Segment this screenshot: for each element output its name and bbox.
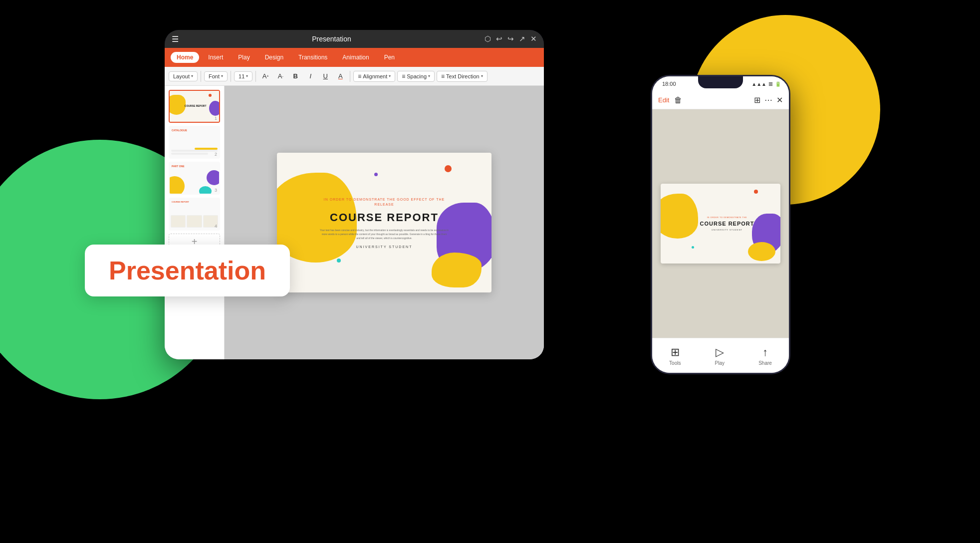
tab-design[interactable]: Design xyxy=(259,52,289,63)
italic-button[interactable]: I xyxy=(304,70,317,82)
thumb-4-grid xyxy=(171,215,218,228)
text-direction-arrow-icon: ▾ xyxy=(481,74,483,78)
phone-slide-area[interactable]: IN ORDER TO DEMONSTRATE THE COURSE REPOR… xyxy=(652,109,789,338)
share-label: Share xyxy=(758,360,772,366)
tab-transitions[interactable]: Transitions xyxy=(292,52,333,63)
tablet-title: Presentation xyxy=(312,35,351,43)
phone-close-icon[interactable]: ✕ xyxy=(776,95,783,105)
phone-device: 18:00 ▲▲▲ 𝌆 🔋 Edit 🗑 ⊞ ⋯ ✕ xyxy=(651,75,790,374)
font-button[interactable]: Font ▾ xyxy=(204,71,228,81)
slide-author: UNIVERSITY STUDENT xyxy=(319,245,449,248)
phone-main-slide: IN ORDER TO DEMONSTRATE THE COURSE REPOR… xyxy=(661,184,780,264)
toolbar-divider-3 xyxy=(255,71,256,82)
spacing-button[interactable]: ≡ Spacing ▾ xyxy=(397,71,435,82)
phone-slide-title: COURSE REPORT xyxy=(695,221,759,227)
slide-blob-yellow-2 xyxy=(432,253,482,287)
slide-canvas-area[interactable]: IN ORDER TO DEMONSTRATE THE GOOD EFFECT … xyxy=(225,86,544,359)
formatting-toolbar: Layout ▾ Font ▾ 11 ▾ A+ A- B I U A ≡ Ali… xyxy=(165,67,544,86)
thumb-2-line xyxy=(171,153,208,155)
slide-1-number: 1 xyxy=(215,116,217,121)
thumb-4-label: COURSE REPORT xyxy=(172,201,189,203)
layout-button[interactable]: Layout ▾ xyxy=(169,71,198,81)
slide-2-preview: CATALOGUE xyxy=(170,127,219,158)
phone-slide-text: IN ORDER TO DEMONSTRATE THE COURSE REPOR… xyxy=(695,216,759,231)
alignment-button[interactable]: ≡ Alignment ▾ xyxy=(353,71,395,82)
toolbar-divider-4 xyxy=(350,71,350,82)
menu-icon[interactable]: ☰ xyxy=(172,34,179,44)
phone-edit-button[interactable]: Edit xyxy=(658,96,669,104)
thumb-2-content xyxy=(171,150,218,155)
phone-blob-yellow-2 xyxy=(748,242,775,261)
tablet-title-icons: ⬡ ↩ ↪ ↗ ✕ xyxy=(485,34,537,43)
tab-animation[interactable]: Animation xyxy=(336,52,375,63)
phone-toolbar-right: ⊞ ⋯ ✕ xyxy=(754,95,783,105)
thumb-3-shape-yellow xyxy=(170,176,185,194)
font-size-button[interactable]: 11 ▾ xyxy=(234,71,252,81)
phone-bottom-bar: ⊞ Tools ▷ Play ↑ Share xyxy=(652,338,789,373)
toolbar-divider-2 xyxy=(231,71,231,82)
slide-panel: COURSE REPORT 1 CATALOGUE xyxy=(165,86,225,359)
ribbon-bar: Home Insert Play Design Transitions Anim… xyxy=(165,48,544,67)
slide-subtitle-top: IN ORDER TO DEMONSTRATE THE GOOD EFFECT … xyxy=(319,197,449,207)
phone-status-icons: ▲▲▲ 𝌆 🔋 xyxy=(751,81,781,87)
tab-pen[interactable]: Pen xyxy=(378,52,401,63)
phone-tools-button[interactable]: ⊞ Tools xyxy=(669,346,681,366)
spacing-arrow-icon: ▾ xyxy=(428,74,430,78)
phone-delete-icon[interactable]: 🗑 xyxy=(674,96,682,105)
thumb-2-label: CATALOGUE xyxy=(172,129,187,132)
thumb-4-cell xyxy=(171,215,186,228)
phone-slide-author: UNIVERSITY STUDENT xyxy=(695,229,759,231)
phone-signal-icon: ▲▲▲ xyxy=(751,81,766,87)
close-icon[interactable]: ✕ xyxy=(530,34,537,43)
decrease-font-size-button[interactable]: A- xyxy=(274,70,287,82)
phone-toolbar-left: Edit 🗑 xyxy=(658,96,682,105)
play-label: Play xyxy=(715,360,725,366)
increase-font-size-button[interactable]: A+ xyxy=(259,70,272,82)
thumb-2-shape xyxy=(195,148,218,150)
thumb-3-shape-teal xyxy=(199,186,212,194)
phone-notch xyxy=(698,76,743,88)
slide-4-preview: COURSE REPORT xyxy=(170,199,219,230)
thumb-1-title: COURSE REPORT xyxy=(185,104,207,107)
phone-toolbar: Edit 🗑 ⊞ ⋯ ✕ xyxy=(652,91,789,109)
undo-icon[interactable]: ↩ xyxy=(496,34,502,43)
phone-slide-subtitle: IN ORDER TO DEMONSTRATE THE xyxy=(695,216,759,219)
thumb-dot-orange-1 xyxy=(209,94,212,97)
tablet-title-bar: ☰ Presentation ⬡ ↩ ↪ ↗ ✕ xyxy=(165,30,544,48)
slide-text-content: IN ORDER TO DEMONSTRATE THE GOOD EFFECT … xyxy=(319,197,449,249)
phone-play-button[interactable]: ▷ Play xyxy=(715,346,725,366)
slide-thumbnail-1[interactable]: COURSE REPORT 1 xyxy=(169,90,220,123)
tab-play[interactable]: Play xyxy=(232,52,255,63)
slide-thumbnail-4[interactable]: COURSE REPORT 4 xyxy=(169,198,220,231)
main-slide: IN ORDER TO DEMONSTRATE THE GOOD EFFECT … xyxy=(277,153,491,292)
tab-home[interactable]: Home xyxy=(171,52,199,63)
tab-insert[interactable]: Insert xyxy=(202,52,229,63)
phone-grid-icon[interactable]: ⊞ xyxy=(754,95,760,105)
alignment-arrow-icon: ▾ xyxy=(389,74,391,78)
thumb-3-label: PART ONE xyxy=(172,165,184,168)
phone-screen: 18:00 ▲▲▲ 𝌆 🔋 Edit 🗑 ⊞ ⋯ ✕ xyxy=(652,76,789,373)
play-icon: ▷ xyxy=(716,346,724,359)
thumb-shape-purple-1 xyxy=(209,101,219,116)
redo-icon[interactable]: ↪ xyxy=(507,34,514,43)
slide-4-number: 4 xyxy=(215,224,217,229)
font-color-button[interactable]: A xyxy=(334,70,347,82)
share-icon: ↑ xyxy=(762,346,768,359)
slide-dot-orange xyxy=(445,165,452,172)
slide-3-preview: PART ONE xyxy=(170,163,219,194)
phone-battery-icon: 🔋 xyxy=(775,81,781,87)
slide-thumbnail-3[interactable]: PART ONE 3 xyxy=(169,162,220,195)
phone-dot-teal xyxy=(692,246,694,249)
slide-thumbnail-2[interactable]: CATALOGUE 2 xyxy=(169,126,220,159)
thumb-3-shape-purple xyxy=(207,170,219,185)
fullscreen-icon[interactable]: ⬡ xyxy=(485,34,491,43)
phone-share-button[interactable]: ↑ Share xyxy=(758,346,772,366)
share-icon[interactable]: ↗ xyxy=(519,34,525,43)
toolbar-divider-1 xyxy=(201,71,201,82)
presentation-label-text: Presentation xyxy=(109,256,266,285)
bold-button[interactable]: B xyxy=(289,70,302,82)
text-direction-button[interactable]: ≡ Text Direction ▾ xyxy=(437,71,488,82)
phone-more-icon[interactable]: ⋯ xyxy=(764,95,772,105)
phone-time: 18:00 xyxy=(662,81,676,87)
underline-button[interactable]: U xyxy=(319,70,332,82)
